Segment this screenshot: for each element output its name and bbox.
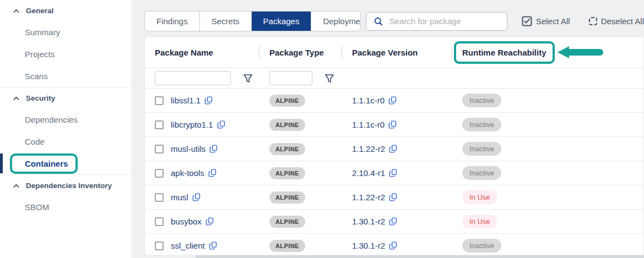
copy-icon[interactable]: [217, 120, 226, 129]
package-name[interactable]: musl-utils: [171, 144, 205, 153]
tab-deployments[interactable]: Deployments: [311, 12, 360, 31]
select-all-button[interactable]: Select All: [522, 16, 570, 26]
column-header-package-type[interactable]: Package Type: [259, 37, 342, 68]
horizontal-scrollbar-thumb[interactable]: [196, 255, 644, 258]
sidebar-section-label: Security: [26, 94, 55, 102]
table-body: libssl1.1 ALPINE 1.1.1c-r0 Inactive libc…: [145, 89, 643, 258]
sidebar-item-summary[interactable]: Summary: [0, 21, 131, 43]
package-name-filter-input[interactable]: [155, 71, 231, 85]
sidebar-section-general[interactable]: General: [0, 0, 131, 21]
package-type-cell: ALPINE: [259, 143, 342, 155]
sidebar-item-containers[interactable]: Containers: [0, 152, 131, 174]
copy-icon[interactable]: [389, 168, 398, 178]
sidebar-section-dependencies-inventory[interactable]: Dependencies Inventory: [0, 175, 131, 196]
package-name-cell: libcrypto1.1: [145, 120, 259, 129]
horizontal-scrollbar[interactable]: [144, 255, 644, 258]
package-version: 1.1.22-r2: [352, 193, 385, 202]
status-badge: Inactive: [462, 239, 501, 252]
chevron-up-icon: [13, 183, 20, 188]
annotation-highlight-box: Containers: [10, 153, 78, 174]
package-type-cell: ALPINE: [259, 216, 342, 228]
search-icon: [374, 17, 383, 26]
copy-icon[interactable]: [209, 144, 219, 153]
filter-row: [145, 68, 643, 89]
package-type-cell: ALPINE: [259, 167, 342, 179]
package-name[interactable]: apk-tools: [171, 168, 204, 178]
copy-icon[interactable]: [205, 217, 215, 226]
deselect-all-label: Deselect All: [601, 17, 644, 26]
tab-findings[interactable]: Findings: [145, 12, 199, 31]
search-input[interactable]: [389, 17, 499, 26]
column-header-package-version[interactable]: Package Version: [342, 37, 452, 68]
package-version: 1.30.1-r2: [352, 241, 385, 250]
table-row: busybox ALPINE 1.30.1-r2 In Use: [145, 210, 643, 234]
package-version: 1.1.1c-r0: [352, 120, 385, 129]
package-name-cell: libssl1.1: [145, 96, 259, 105]
package-name[interactable]: libcrypto1.1: [171, 120, 213, 129]
package-version-cell: 1.30.1-r2: [342, 217, 452, 226]
package-type-badge: ALPINE: [269, 191, 305, 204]
table-row: musl-utils ALPINE 1.1.22-r2 Inactive: [145, 137, 643, 161]
row-checkbox[interactable]: [155, 169, 164, 178]
sidebar-item-dependencies[interactable]: Dependencies: [0, 108, 131, 130]
package-version-cell: 1.30.1-r2: [342, 241, 452, 250]
sidebar-section-security[interactable]: Security: [0, 87, 131, 108]
status-badge: Inactive: [462, 166, 501, 180]
sidebar: General Summary Projects Scans Security …: [0, 0, 131, 258]
copy-icon[interactable]: [388, 96, 398, 105]
runtime-reachability-cell: Inactive: [452, 166, 643, 180]
column-header-runtime-reachability[interactable]: Runtime Reachability: [452, 37, 643, 68]
runtime-reachability-cell: Inactive: [452, 118, 643, 131]
row-checkbox[interactable]: [155, 120, 164, 129]
copy-icon[interactable]: [208, 168, 218, 178]
column-header-package-name[interactable]: Package Name: [145, 37, 259, 68]
package-name[interactable]: musl: [171, 193, 188, 202]
sidebar-item-projects[interactable]: Projects: [0, 43, 131, 65]
package-name-cell: apk-tools: [145, 168, 259, 178]
sidebar-item-label: Containers: [25, 159, 68, 168]
select-all-label: Select All: [536, 17, 570, 26]
status-badge: In Use: [462, 215, 497, 228]
package-type-badge: ALPINE: [269, 240, 305, 252]
row-checkbox[interactable]: [155, 241, 164, 250]
package-version-cell: 1.1.22-r2: [342, 144, 452, 153]
package-type-cell: ALPINE: [259, 240, 342, 252]
table-row: libcrypto1.1 ALPINE 1.1.1c-r0 Inactive: [145, 113, 643, 137]
status-badge: In Use: [462, 190, 497, 204]
row-checkbox[interactable]: [155, 217, 164, 226]
sidebar-item-sbom[interactable]: SBOM: [0, 196, 131, 218]
row-checkbox[interactable]: [155, 96, 164, 105]
package-type-filter-input[interactable]: [269, 71, 312, 85]
package-type-badge: ALPINE: [269, 143, 305, 155]
copy-icon[interactable]: [388, 120, 398, 129]
sidebar-item-code[interactable]: Code: [0, 130, 131, 152]
package-type-cell: ALPINE: [259, 95, 342, 107]
tab-secrets[interactable]: Secrets: [199, 12, 251, 31]
package-name[interactable]: libssl1.1: [171, 96, 201, 105]
copy-icon[interactable]: [192, 193, 202, 202]
package-version-cell: 1.1.1c-r0: [342, 96, 452, 105]
package-name[interactable]: ssl_client: [171, 241, 205, 250]
copy-icon[interactable]: [209, 241, 218, 250]
row-checkbox[interactable]: [155, 145, 164, 153]
arrow-head-icon: [558, 46, 569, 58]
tab-packages[interactable]: Packages: [251, 12, 311, 31]
filter-funnel-icon[interactable]: [325, 74, 334, 83]
package-name[interactable]: busybox: [171, 217, 202, 226]
sidebar-item-scans[interactable]: Scans: [0, 65, 131, 87]
package-version: 1.1.1c-r0: [352, 96, 385, 105]
package-type-badge: ALPINE: [269, 216, 305, 228]
copy-icon[interactable]: [389, 144, 398, 153]
copy-icon[interactable]: [204, 96, 214, 105]
copy-icon[interactable]: [389, 193, 398, 202]
filter-funnel-icon[interactable]: [243, 74, 252, 83]
table-row: musl ALPINE 1.1.22-r2 In Use: [145, 185, 643, 210]
copy-icon[interactable]: [389, 241, 398, 250]
deselect-all-button[interactable]: Deselect All: [589, 17, 644, 26]
copy-icon[interactable]: [389, 217, 398, 226]
package-version: 1.30.1-r2: [352, 217, 385, 226]
package-version: 1.1.22-r2: [352, 144, 385, 153]
package-version-cell: 1.1.1c-r0: [342, 120, 452, 129]
package-name-cell: musl: [145, 193, 259, 202]
row-checkbox[interactable]: [155, 193, 164, 202]
